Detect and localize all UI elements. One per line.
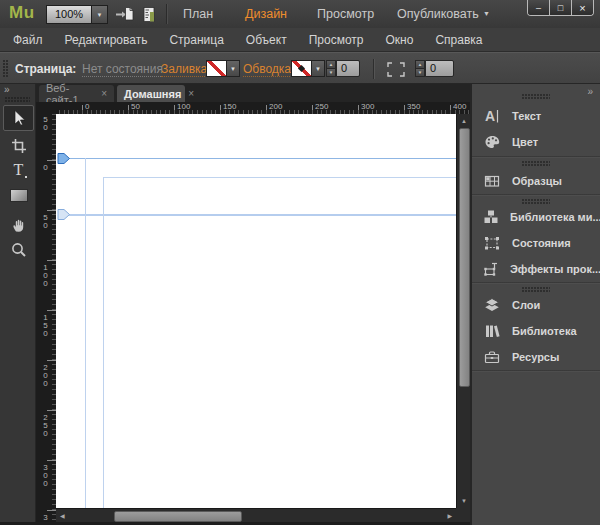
horizontal-ruler[interactable]: 0 50 100 150 200 250 300 350 400 [36,102,470,114]
menu-edit[interactable]: Редактировать [54,33,159,47]
view-design-button[interactable]: Дизайн [245,7,287,21]
guide-handle-header[interactable] [57,209,70,220]
stepper-up-icon[interactable]: ▲ [415,60,425,69]
panel-item-layers[interactable]: Слои [472,292,600,318]
fill-label-link[interactable]: Заливка: [161,62,211,77]
panel-item-text[interactable]: A Текст [472,103,600,129]
new-page-icon[interactable] [115,5,135,23]
stroke-none-swatch[interactable] [291,60,312,77]
horizontal-scrollbar[interactable]: ◀ ▶ [56,508,456,522]
vertical-scrollbar-thumb[interactable] [459,128,470,387]
menu-object[interactable]: Объект [235,33,298,47]
maximize-button[interactable]: □ [549,0,571,15]
menu-page[interactable]: Страница [158,33,234,47]
tab-close-icon[interactable]: × [188,88,194,99]
stepper-down-icon[interactable]: ▼ [326,69,336,77]
panel-item-widgets-library[interactable]: Библиотека ми... [472,204,600,230]
guide-margin-left[interactable] [103,177,104,508]
corner-radius-field[interactable]: 0 [425,60,454,77]
fill-dropdown-icon[interactable]: ▼ [227,60,240,77]
stroke-width-field[interactable]: 0 [336,60,360,77]
view-plan-button[interactable]: План [183,7,213,21]
panel-divider [472,370,600,372]
chevron-down-icon[interactable]: ▼ [92,5,108,24]
scroll-left-icon[interactable]: ◀ [60,512,65,519]
panel-item-label: Библиотека ми... [510,211,600,223]
panel-divider [472,194,600,196]
corner-radius-stepper[interactable]: ▲ ▼ [415,60,425,77]
stroke-diamond-icon [298,65,305,72]
ruler-mark: 400 [453,102,466,111]
tab-close-icon[interactable]: × [101,88,107,99]
hand-icon [11,217,27,233]
scroll-down-icon[interactable]: ▼ [461,498,467,504]
color-icon [483,133,501,151]
scroll-right-icon[interactable]: ▶ [447,512,452,519]
scroll-up-icon[interactable]: ▲ [461,118,467,124]
guide-header-bottom[interactable] [68,214,456,216]
ruler-mark: 0 [85,102,89,111]
guide-page-left[interactable] [85,158,86,508]
swatches-icon [483,172,501,190]
guide-margin-top[interactable] [103,177,456,178]
tools-panel: » T [0,84,36,522]
vertical-scrollbar[interactable]: ▲ ▼ [456,114,470,508]
corner-radius-icon[interactable] [385,60,407,78]
stroke-label-link[interactable]: Обводка: [243,62,294,77]
panel-item-library[interactable]: Библиотека [472,318,600,344]
publish-button[interactable]: Опубликовать [397,7,479,21]
guide-page-top[interactable] [68,158,456,159]
text-tool-icon: T [14,162,24,178]
panel-item-swatches[interactable]: Образцы [472,168,600,194]
panel-group-grip[interactable] [522,94,550,99]
panel-item-color[interactable]: Цвет [472,129,600,155]
stroke-swatch-control[interactable]: ▼ [291,60,325,77]
publish-caret-icon[interactable]: ▼ [483,10,490,17]
stroke-dropdown-icon[interactable]: ▼ [312,60,325,77]
stroke-width-stepper[interactable]: ▲ ▼ [326,60,336,77]
tab-website-1[interactable]: Веб-сайт-1 × [39,85,114,102]
vertical-ruler[interactable]: 50 0 50 100 150 200 250 300 350 [36,114,56,522]
menu-window[interactable]: Окно [375,33,425,47]
ruler-mark: 50 [41,213,50,229]
control-bar-grip[interactable] [3,60,8,78]
page-state-link[interactable]: Нет состояния [82,62,163,77]
zoom-tool-button[interactable] [3,237,34,263]
tab-home[interactable]: Домашняя × [117,85,185,102]
guide-handle-top[interactable] [57,153,70,164]
design-canvas[interactable] [56,114,456,508]
hand-tool-button[interactable] [3,212,34,238]
panel-item-states[interactable]: Состояния [472,230,600,256]
selection-tool-button[interactable] [3,105,34,131]
menu-help[interactable]: Справка [424,33,493,47]
page-properties-icon[interactable] [139,5,159,23]
panel-item-label: Состояния [512,237,571,249]
fill-none-swatch[interactable] [206,60,227,77]
states-icon [483,234,501,252]
panel-item-scroll-effects[interactable]: Эффекты прок... [472,256,600,282]
collapse-panel-icon[interactable]: » [4,84,10,95]
ruler-mark: 100 [41,263,50,287]
view-preview-button[interactable]: Просмотр [317,7,374,21]
minimize-button[interactable]: – [528,0,549,15]
tab-label: Домашняя [124,88,181,100]
panel-item-assets[interactable]: Ресурсы [472,344,600,370]
ruler-mark: 250 [41,413,50,437]
assets-icon [483,348,501,366]
menu-file[interactable]: Файл [2,33,54,47]
stepper-up-icon[interactable]: ▲ [326,60,336,69]
rectangle-tool-button[interactable] [3,182,34,208]
horizontal-scrollbar-thumb[interactable] [114,511,242,522]
menu-view[interactable]: Просмотр [298,33,375,47]
stepper-down-icon[interactable]: ▼ [415,69,425,77]
panel-item-label: Слои [512,299,540,311]
text-tool-button[interactable]: T [3,157,34,183]
panel-group-grip[interactable] [522,161,550,166]
close-button[interactable]: × [571,0,593,15]
expand-panels-icon[interactable]: » [587,86,593,97]
crop-tool-button[interactable] [3,133,34,159]
tools-panel-grip[interactable] [5,97,30,102]
zoom-level-select[interactable]: 100% ▼ [46,5,108,22]
zoom-level-value[interactable]: 100% [46,5,92,24]
fill-swatch-control[interactable]: ▼ [206,60,240,77]
